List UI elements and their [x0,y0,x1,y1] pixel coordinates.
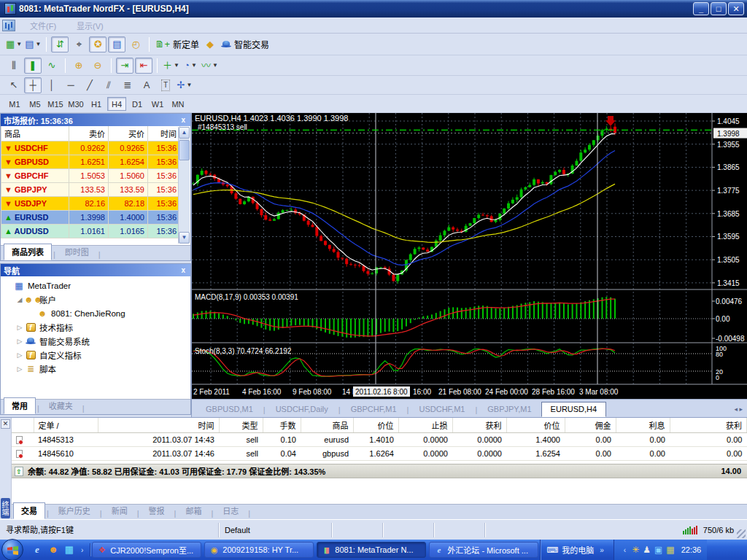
tray-star-icon[interactable]: ✳ [632,545,639,555]
expander-icon[interactable]: ▷ [15,324,24,331]
text-label-button[interactable]: T [157,77,174,93]
indicators-button[interactable]: ＋▼ [162,58,180,74]
navigator-close-icon[interactable]: x [179,266,187,274]
timeframe-D1[interactable]: D1 [128,97,147,111]
menu-文件(F)[interactable]: 文件(F) [20,20,66,32]
maximize-button[interactable]: □ [711,2,727,15]
line-chart-button[interactable]: ∿ [43,58,61,74]
chart-shift-button[interactable]: ⇤ [135,58,152,74]
tree-item-scripts[interactable]: ▷≣脚本 [1,362,190,376]
market-watch-row[interactable]: ▲ EURUSD1.39981.400015:36 [1,211,180,225]
tray-network-icon[interactable]: ▣ [654,545,662,555]
order-row[interactable]: 148456102011.03.07 14:46sell0.04gbpusd1.… [12,447,747,461]
start-button[interactable] [1,539,23,560]
tree-item-custom-indicators[interactable]: ▷f自定义指标 [1,348,190,362]
tray-grid-icon[interactable]: ▦ [666,545,674,555]
orders-column-6[interactable]: 止损 [398,418,452,433]
horizontal-line-button[interactable]: ─ [62,77,80,93]
navigator-tab-收藏夹[interactable]: 收藏夹 [41,397,81,414]
terminal-tab-交易[interactable]: 交易 [13,502,45,519]
profiles-button[interactable]: ▤▼ [24,36,42,52]
tree-item-accounts[interactable]: ◢☻☻账户 [1,292,190,306]
tray-collapse-icon[interactable]: ‹ [622,546,628,554]
chart-area[interactable]: 1.40451.39551.38651.37751.36851.35951.35… [191,113,747,417]
metaeditor-button[interactable]: ◆ [201,36,219,52]
orders-column-0[interactable]: 定单 / [34,418,98,433]
terminal-tab-日志[interactable]: 日志 [214,502,247,519]
fibonacci-button[interactable]: ≣ [119,77,136,93]
close-button[interactable]: ✕ [728,2,744,15]
minimize-button[interactable]: _ [693,2,709,15]
menu-显示(V)[interactable]: 显示(V) [66,20,114,32]
terminal-tab-邮箱[interactable]: 邮箱 [177,502,209,519]
timeframe-M5[interactable]: M5 [26,97,44,111]
market-watch-close-icon[interactable]: x [179,116,187,124]
tree-item-metatrader[interactable]: ▦MetaTrader [1,279,190,292]
market-watch-tab-即时图[interactable]: 即时图 [57,244,97,260]
timeframe-M15[interactable]: M15 [46,97,65,111]
expander-icon[interactable]: ▷ [15,351,24,359]
timeframe-MN[interactable]: MN [169,97,187,111]
new-order-button[interactable]: 🗎+新定单 [154,36,200,52]
cursor-button[interactable]: ↖ [5,77,23,93]
text-button[interactable]: A [138,77,155,93]
expander-icon[interactable]: ▷ [15,365,24,373]
timeframe-H4[interactable]: H4 [107,97,126,111]
market-watch-scrollbar[interactable]: ▲ ▼ [178,127,190,244]
pinyin-icon[interactable]: ▦ [63,543,76,556]
orders-column-10[interactable]: 利息 [616,418,670,433]
eurusd-h4-chart[interactable]: 1.40451.39551.38651.37751.36851.35951.35… [192,113,747,399]
market-watch-row[interactable]: ▼ GBPUSD1.62511.625415:36 [1,155,180,169]
terminal-tab-警报[interactable]: 警报 [141,502,173,519]
market-watch-row[interactable]: ▼ GBPCHF1.50531.506015:36 [1,169,180,183]
orders-column-7[interactable]: 获利 [452,418,506,433]
tree-item-account[interactable]: ☻8081: ChenJieRong [1,306,190,320]
terminal-close-icon[interactable]: ✕ [1,419,10,429]
market-watch-row[interactable]: ▼ USDJPY82.1682.1815:36 [1,197,180,211]
auto-scroll-button[interactable]: ⇥ [116,58,133,74]
orders-column-2[interactable]: 类型 [219,418,263,433]
chart-tab-USDCHF,M1[interactable]: USDCHF,M1 [409,402,474,417]
new-chart-button[interactable]: ▦▼ [5,36,23,52]
orders-column-8[interactable]: 价位 [506,418,565,433]
navigator-tab-常用[interactable]: 常用 [4,397,36,414]
terminal-tab-账户历史[interactable]: 账户历史 [50,502,98,519]
timeframe-M30[interactable]: M30 [66,97,85,111]
candlestick-chart-button[interactable]: ❚ [24,58,42,74]
tree-item-experts[interactable]: ▷智能交易系统 [1,334,190,348]
task-button-ie[interactable]: e外汇论坛 - Microsoft ... [429,542,538,558]
my-computer-toolbar[interactable]: ⌨ 我的电脑 » [540,540,611,560]
chart-tab-GBPUSD,M1[interactable]: GBPUSD,M1 [196,402,263,417]
task-button-metatrader[interactable]: ▮▮8081: MetaTrader N... [317,542,426,558]
terminal-toggle-button[interactable]: ▤ [108,36,125,52]
orders-column-5[interactable]: 价位 [353,418,398,433]
market-watch-row[interactable]: ▲ AUDUSD1.01611.016515:36 [1,225,180,238]
quicklaunch-expand-icon[interactable]: › [79,546,85,554]
orders-column-9[interactable]: 佣金 [565,418,616,433]
mw-column-1[interactable]: 卖价 [69,126,109,141]
mw-column-0[interactable]: 商品 [1,126,69,141]
zoom-out-button[interactable]: ⊖ [89,58,107,74]
market-watch-row[interactable]: ▼ USDCHF0.92620.926515:36 [1,141,180,155]
mw-column-3[interactable]: 时间 [148,126,180,141]
orders-column-1[interactable]: 时间 [98,418,219,433]
chart-tab-GBPCHF,M1[interactable]: GBPCHF,M1 [341,402,406,417]
terminal-vertical-tab[interactable]: 终端 [1,498,10,518]
ie-quicklaunch-icon[interactable]: e [31,543,44,556]
terminal-tab-新闻[interactable]: 新闻 [104,502,136,519]
timeframe-W1[interactable]: W1 [148,97,167,111]
toolbar-expand-icon[interactable]: » [597,546,606,554]
strategy-tester-button[interactable]: ◴ [127,36,144,52]
market-watch-row[interactable]: ▼ GBPJPY133.53133.5915:36 [1,183,180,197]
periods-button[interactable]: ◔▼ [182,58,199,74]
navigator-toggle-button[interactable]: ✪ [89,36,107,52]
vertical-line-button[interactable]: │ [43,77,61,93]
templates-button[interactable]: 〰▼ [201,58,219,74]
crosshair-target-button[interactable]: ⌖ [70,36,88,52]
orders-column-3[interactable]: 手数 [263,418,301,433]
equidistant-channel-button[interactable]: ⫽ [100,77,117,93]
orders-column-11[interactable]: 获利 [670,418,747,433]
status-profile[interactable]: Default [219,523,332,537]
market-watch-tab-商品列表[interactable]: 商品列表 [4,244,52,260]
tree-item-indicators[interactable]: ▷f技术指标 [1,320,190,334]
